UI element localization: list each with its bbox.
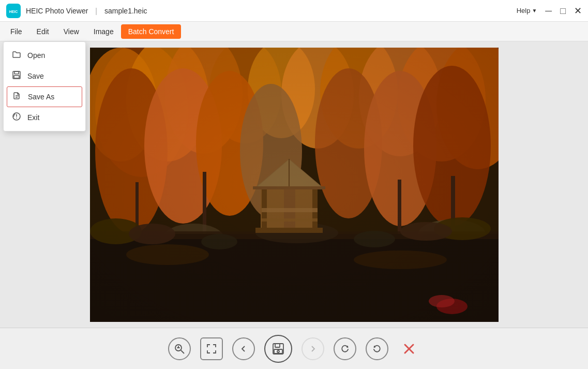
save-as-label: Save As: [28, 93, 54, 101]
minimize-button[interactable]: ─: [545, 6, 552, 16]
svg-rect-3: [14, 71, 19, 74]
menu-exit[interactable]: Exit: [4, 107, 85, 128]
menu-item-edit[interactable]: Edit: [29, 24, 56, 39]
menu-item-batch-convert[interactable]: Batch Convert: [121, 24, 182, 39]
menu-item-file[interactable]: File: [3, 24, 29, 39]
window-controls: ─ □ ✕: [545, 6, 582, 16]
svg-text:HEIC: HEIC: [9, 10, 18, 13]
menu-save[interactable]: Save: [4, 66, 85, 86]
delete-button[interactable]: [398, 337, 420, 360]
menu-item-view[interactable]: View: [56, 24, 86, 39]
exit-label: Exit: [27, 113, 39, 122]
photo-container: [90, 48, 499, 322]
next-button[interactable]: [301, 337, 324, 360]
save-button[interactable]: [264, 335, 292, 363]
photo-image: [90, 48, 499, 322]
help-chevron-icon: ▼: [532, 8, 537, 13]
app-name: HEIC Photo Viewer: [26, 7, 88, 15]
save-as-icon: [12, 91, 22, 102]
prev-icon: [239, 344, 248, 353]
rotate-cw-icon: [340, 344, 350, 354]
help-button[interactable]: Help ▼: [517, 7, 537, 14]
delete-icon: [402, 342, 416, 356]
app-logo: HEIC: [6, 4, 21, 18]
zoom-button[interactable]: [168, 337, 191, 360]
file-dropdown-menu: Open Save Save As: [3, 41, 86, 131]
help-label: Help: [517, 7, 531, 14]
next-icon: [308, 344, 318, 353]
menu-bar: File Edit View Image Batch Convert Open …: [0, 22, 588, 41]
zoom-icon: [174, 343, 185, 355]
menu-save-as[interactable]: Save As: [7, 86, 82, 107]
save-icon: [12, 70, 21, 82]
maximize-button[interactable]: □: [560, 6, 566, 16]
menu-open[interactable]: Open: [4, 45, 85, 66]
image-area: [0, 41, 588, 328]
svg-rect-56: [90, 48, 499, 322]
save-label: Save: [27, 72, 44, 80]
title-bar-right: Help ▼ ─ □ ✕: [517, 6, 582, 16]
close-button[interactable]: ✕: [574, 6, 582, 16]
rotate-cw-button[interactable]: [334, 337, 356, 360]
bottom-toolbar: [0, 328, 588, 369]
main-content: [0, 41, 588, 328]
rotate-ccw-button[interactable]: [366, 337, 388, 360]
svg-point-64: [277, 350, 279, 352]
svg-line-58: [181, 350, 184, 353]
open-label: Open: [27, 51, 45, 60]
fit-icon: [206, 344, 217, 354]
rotate-ccw-icon: [372, 344, 382, 354]
exit-icon: [12, 112, 21, 123]
title-bar-left: HEIC HEIC Photo Viewer | sample1.heic: [6, 4, 147, 18]
prev-button[interactable]: [232, 337, 255, 360]
menu-item-image[interactable]: Image: [86, 24, 121, 39]
fit-button[interactable]: [200, 337, 223, 360]
title-bar: HEIC HEIC Photo Viewer | sample1.heic He…: [0, 0, 588, 22]
open-icon: [12, 50, 21, 61]
svg-rect-62: [275, 344, 280, 347]
title-separator: |: [95, 7, 97, 15]
file-name: sample1.heic: [104, 7, 147, 15]
save-disk-icon: [272, 342, 285, 356]
svg-rect-4: [14, 76, 19, 78]
